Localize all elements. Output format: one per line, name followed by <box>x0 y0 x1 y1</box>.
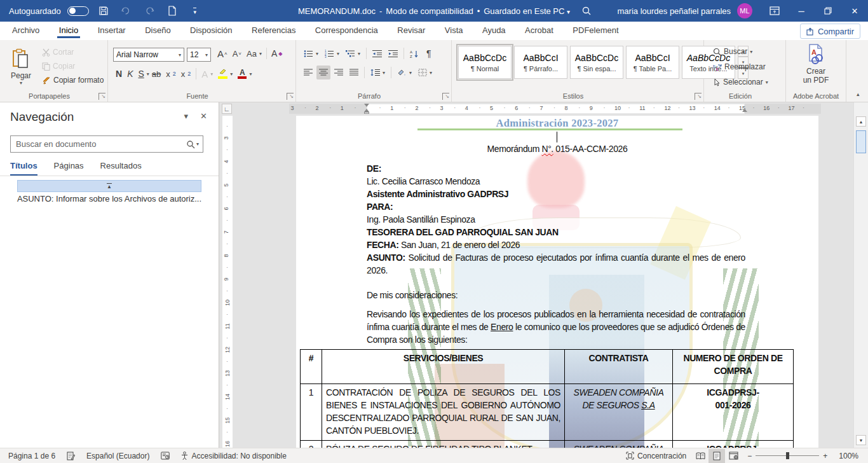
font-size-combo[interactable]: 12▾ <box>187 48 211 62</box>
superscript-button[interactable]: x2 <box>179 67 194 81</box>
parrafo-dialog-launcher[interactable] <box>442 93 449 100</box>
vertical-ruler[interactable]: 345678910111213141516··············· <box>222 116 233 448</box>
font-name-combo[interactable]: Arial Narrow▾ <box>113 48 184 62</box>
new-document-icon[interactable] <box>164 3 180 18</box>
tab-referencias[interactable]: Referencias <box>243 22 304 38</box>
right-indent-marker[interactable] <box>742 109 747 112</box>
proofing-icon[interactable] <box>61 448 81 463</box>
text-predictions-icon[interactable] <box>155 448 175 463</box>
zoom-out-button[interactable]: − <box>742 448 752 463</box>
portapapeles-dialog-launcher[interactable] <box>98 93 105 100</box>
autosave-toggle[interactable] <box>67 6 89 16</box>
replace-button[interactable]: bc Reemplazar <box>710 60 768 74</box>
document-search-icon[interactable]: ▾ <box>186 140 203 149</box>
tab-pdfelement[interactable]: PDFelement <box>564 22 627 38</box>
scroll-thumb[interactable] <box>856 130 866 153</box>
document-search-input[interactable] <box>11 139 186 149</box>
navpane-tab-paginas[interactable]: Páginas <box>54 161 84 176</box>
find-button[interactable]: Buscar▾ <box>710 45 755 59</box>
numbering-button[interactable]: 123▾ <box>322 46 342 60</box>
horizontal-ruler[interactable]: 3211234567891011121314151617············… <box>219 104 853 114</box>
line-spacing-button[interactable]: ▾ <box>368 66 388 79</box>
grow-font-button[interactable]: A˄ <box>215 46 230 60</box>
ribbon-display-options-icon[interactable] <box>761 0 788 22</box>
language-indicator[interactable]: Español (Ecuador) <box>81 448 155 463</box>
shrink-font-button[interactable]: A˅ <box>230 46 244 60</box>
style-sin-espaciado[interactable]: AaBbCcDc ¶ Sin espa... <box>570 46 623 79</box>
restore-button[interactable] <box>815 0 841 22</box>
navpane-options-icon[interactable]: ▾ <box>184 111 188 121</box>
font-color-button[interactable]: A ▾ <box>235 67 254 81</box>
tab-inicio[interactable]: Inicio <box>51 22 86 38</box>
paste-button[interactable]: Pegar ▾ <box>6 45 36 93</box>
bold-button[interactable]: N <box>113 67 125 81</box>
scroll-up-button[interactable]: ▲ <box>856 116 866 127</box>
tab-revisar[interactable]: Revisar <box>389 22 433 38</box>
tab-acrobat[interactable]: Acrobat <box>517 22 562 38</box>
style-parrafo[interactable]: AaBbCcI ¶ Párrafo... <box>514 46 567 79</box>
justify-button[interactable] <box>347 66 361 79</box>
cut-button[interactable]: Cortar <box>39 45 76 59</box>
bullets-button[interactable]: ▾ <box>301 46 321 60</box>
tab-correspondencia[interactable]: Correspondencia <box>307 22 386 38</box>
text-effects-button[interactable]: A▾ <box>199 67 215 81</box>
hanging-indent-marker[interactable] <box>364 109 369 114</box>
navpane-tab-resultados[interactable]: Resultados <box>100 161 142 176</box>
scroll-down-button[interactable]: ▼ <box>856 435 866 445</box>
navpane-close-icon[interactable]: ✕ <box>200 111 207 121</box>
estilos-dialog-launcher[interactable] <box>695 93 702 100</box>
first-line-indent-marker[interactable] <box>364 104 369 107</box>
share-button[interactable]: Compartir <box>800 24 860 39</box>
navpane-tab-titulos[interactable]: Títulos <box>10 161 37 176</box>
tab-vista[interactable]: Vista <box>437 22 471 38</box>
navpane-heading-item[interactable]: ASUNTO: Informar sobre los Archivos de a… <box>6 194 212 204</box>
change-case-button[interactable]: Aa▾ <box>244 46 264 60</box>
subscript-button[interactable]: x2 <box>163 67 179 81</box>
user-name[interactable]: maria lourdes peñafiel parrales <box>618 6 731 16</box>
tab-disposicion[interactable]: Disposición <box>182 22 240 38</box>
web-layout-button[interactable] <box>725 449 742 463</box>
format-painter-button[interactable]: Copiar formato <box>39 73 106 87</box>
shading-button[interactable]: ▾ <box>395 66 414 79</box>
zoom-percentage[interactable]: 100% <box>833 448 864 463</box>
borders-button[interactable]: ▾ <box>416 66 435 79</box>
search-icon[interactable] <box>578 3 595 18</box>
copy-button[interactable]: Copiar <box>39 59 78 73</box>
tab-ayuda[interactable]: Ayuda <box>474 22 514 38</box>
page-indicator[interactable]: Página 1 de 6 <box>3 448 61 463</box>
print-layout-button[interactable] <box>709 449 725 463</box>
sort-button[interactable]: AZ <box>407 46 423 60</box>
multilevel-list-button[interactable]: ▾ <box>343 46 363 60</box>
zoom-slider-thumb[interactable] <box>786 452 789 459</box>
align-center-button[interactable] <box>316 66 330 79</box>
fuente-dialog-launcher[interactable] <box>287 93 294 100</box>
italic-button[interactable]: K <box>125 67 135 81</box>
strikethrough-button[interactable]: ab <box>149 67 163 81</box>
collapse-ribbon-icon[interactable]: ▴ <box>857 91 860 97</box>
vertical-scrollbar[interactable]: ▲ ▼ <box>853 102 868 448</box>
tab-archivo[interactable]: Archivo <box>4 22 48 38</box>
minimize-button[interactable]: ─ <box>788 0 815 22</box>
navpane-selected-heading-bar[interactable]: ▲ <box>17 180 201 192</box>
save-icon[interactable] <box>95 3 112 18</box>
style-normal[interactable]: AaBbCcDc ¶ Normal <box>458 46 512 79</box>
tab-insertar[interactable]: Insertar <box>90 22 134 38</box>
increase-indent-button[interactable] <box>386 46 400 60</box>
align-right-button[interactable] <box>332 66 346 79</box>
tab-diseno[interactable]: Diseño <box>137 22 179 38</box>
focus-mode-button[interactable]: Concentración <box>620 448 692 463</box>
highlight-button[interactable]: ▾ <box>215 67 235 81</box>
zoom-slider[interactable] <box>756 455 819 456</box>
zoom-in-button[interactable]: + <box>823 448 833 463</box>
read-mode-button[interactable] <box>692 449 709 463</box>
show-marks-button[interactable]: ¶ <box>424 46 434 60</box>
underline-button[interactable]: S <box>135 67 146 81</box>
document-page[interactable]: Administración 2023-2027 Memorándum N°. … <box>296 116 818 448</box>
close-button[interactable]: ✕ <box>841 0 868 22</box>
quick-access-customize-icon[interactable]: ▾ <box>187 3 203 18</box>
create-pdf-button[interactable]: A Crear un PDF <box>797 44 834 85</box>
avatar[interactable]: ML <box>737 3 752 18</box>
select-button[interactable]: Seleccionar▾ <box>710 75 771 89</box>
align-left-button[interactable] <box>301 66 315 79</box>
decrease-indent-button[interactable] <box>370 46 384 60</box>
